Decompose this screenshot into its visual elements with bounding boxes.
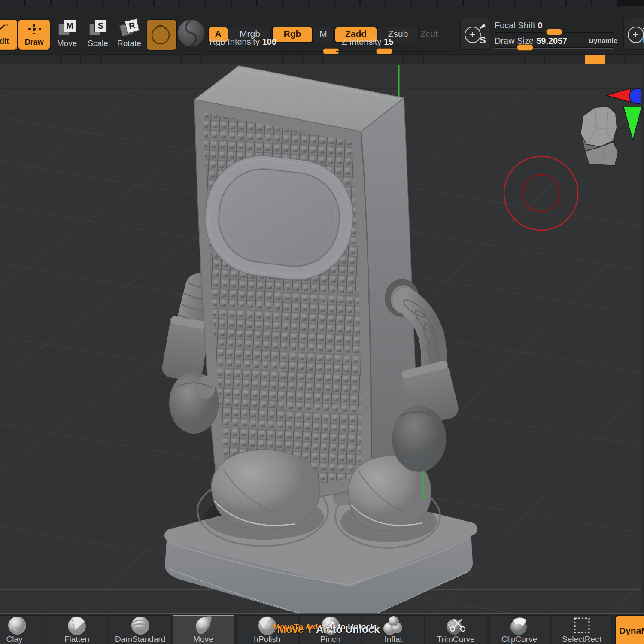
rotate-tool-label: Rotate [115,39,143,48]
menu-tab[interactable] [52,0,76,6]
stroke-selector[interactable] [146,19,177,51]
brush-clipcurve[interactable]: ClipCurve [489,615,549,644]
top-tab-row[interactable] [0,0,644,6]
strip-tile[interactable] [545,55,565,64]
menu-tab[interactable] [541,0,565,6]
brush-move[interactable]: Move [173,615,234,644]
alpha-sphere[interactable] [178,20,204,46]
axis-y-arrow[interactable] [623,106,642,140]
strip-tile[interactable] [565,55,585,64]
strip-tile[interactable] [121,55,141,64]
strip-tile[interactable] [484,55,504,64]
menu-tab[interactable] [0,0,24,6]
rgb-intensity-track[interactable] [210,51,335,52]
axis-x-arrow[interactable] [606,88,630,102]
strip-tile[interactable] [81,55,100,64]
menu-tab[interactable] [206,0,231,6]
strip-tile[interactable] [424,55,444,64]
menu-tab[interactable] [77,0,102,6]
sculpt-viewport[interactable] [0,64,644,613]
z-intensity-track[interactable] [336,51,450,52]
brush-selectrect[interactable]: SelectRect [552,615,612,644]
strip-tile[interactable] [242,55,262,64]
strip-tile[interactable] [444,55,464,64]
menu-tab[interactable] [464,0,488,6]
strip-tile[interactable] [202,55,222,64]
draw-size-brush-button[interactable]: D [623,18,644,50]
menu-tab[interactable] [155,0,179,6]
strip-tile[interactable] [363,55,383,64]
dynamic-label[interactable]: Dynamic [589,37,617,44]
strip-tile[interactable] [40,55,60,64]
strip-tile[interactable] [61,55,80,64]
strip-tile[interactable] [343,55,363,64]
menu-tab[interactable] [232,0,256,6]
menu-tab[interactable] [567,0,591,6]
strip-tile[interactable] [222,55,242,64]
strip-tile[interactable] [262,55,282,64]
strip-tile[interactable] [605,55,625,64]
draw-button[interactable]: Draw [18,19,51,51]
swirl-icon [178,20,204,46]
scale-tool[interactable]: S Scale [85,20,111,48]
strip-tile[interactable] [141,55,161,64]
lasso-stroke-icon [147,20,174,48]
rotate-tool[interactable]: R Rotate [115,20,143,48]
strip-tile[interactable] [182,55,201,64]
menu-tab[interactable] [283,0,308,6]
z-intensity-value: 15 [384,37,393,46]
strip-tile[interactable] [404,55,423,64]
edit-button[interactable]: Edit [0,19,18,51]
strip-tile[interactable] [161,55,181,64]
menu-tab[interactable] [489,0,514,6]
brush-dynamesh[interactable]: DynaMesh [615,615,644,644]
mode-m-button[interactable]: M [313,27,334,42]
move-tool[interactable]: M Move [54,20,80,48]
brush-flatten[interactable]: Flatten [46,615,108,644]
mode-rgb-button[interactable]: Rgb [272,27,313,43]
strip-tile[interactable] [303,55,322,64]
brush-trimcurve[interactable]: TrimCurve [425,615,486,644]
draw-size-track[interactable] [495,47,613,49]
menu-tab[interactable] [309,0,334,6]
strip-tile[interactable] [383,55,403,64]
menu-tab[interactable] [258,0,282,6]
menu-tab[interactable] [438,0,462,6]
menu-tab[interactable] [335,0,359,6]
strip-tile[interactable] [0,55,20,64]
z-intensity-label: Z Intensity15 [342,37,394,47]
selectrect-brush-icon [571,616,593,635]
strip-tile[interactable] [504,55,524,64]
viewport-right-edge [641,64,644,613]
menu-tab[interactable] [103,0,128,6]
draw-size-handle[interactable] [517,44,533,51]
strip-tile[interactable] [626,55,644,64]
menu-tab[interactable] [361,0,385,6]
strip-tile[interactable] [20,55,40,64]
strip-tile[interactable] [525,55,544,64]
camera-head-preview[interactable] [580,106,618,166]
menu-tab[interactable] [515,0,540,6]
robot-model[interactable] [161,66,473,613]
z-intensity-handle[interactable] [376,48,392,55]
menu-tab[interactable] [592,0,617,6]
menu-tab[interactable] [386,0,411,6]
strip-tile[interactable] [283,55,302,64]
strip-tile-active[interactable] [585,55,605,64]
strip-tile[interactable] [323,55,343,64]
mode-zcut-button[interactable]: Zcut [420,27,450,41]
main-toolbar: Edit Draw M Move S Scale [0,6,644,54]
crosshair-icon [18,23,50,37]
menu-tab[interactable] [180,0,205,6]
robot-left-fist [169,372,219,434]
menu-tab[interactable] [412,0,437,6]
smt-brush-button[interactable]: S [460,18,489,50]
brush-clay[interactable]: Clay [0,615,45,644]
strip-tile[interactable] [464,55,484,64]
quick-tile-strip[interactable] [0,54,644,64]
strip-tile[interactable] [101,55,121,64]
menu-tab[interactable] [26,0,50,6]
menu-tab[interactable] [129,0,153,6]
brush-damstandard[interactable]: DamStandard [109,615,172,644]
focal-shift-handle[interactable] [546,29,562,35]
